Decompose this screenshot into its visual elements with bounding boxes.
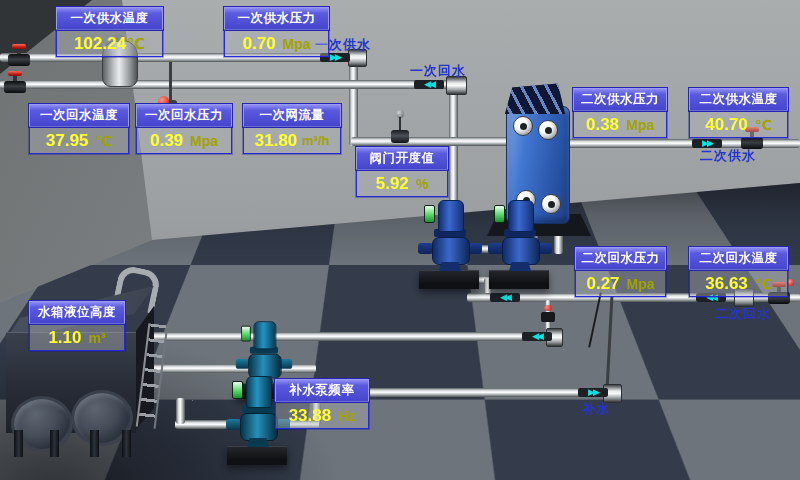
pump-run-indicator [424, 205, 435, 223]
pipe-label-makeup-water: 补水 [582, 400, 610, 418]
tag-title: 一次供水温度 [56, 7, 163, 30]
pump-motor [253, 321, 276, 349]
flow-arrow-icon: ◀◀ [414, 80, 444, 89]
valve-indicator-red [787, 279, 794, 286]
tag-title: 补水泵频率 [275, 379, 369, 402]
tag-title: 二次供水温度 [689, 88, 788, 111]
tag-title: 二次回水温度 [689, 247, 788, 270]
tag-unit: Mpa [627, 276, 655, 292]
tag-title: 一次回水温度 [29, 104, 129, 127]
valve-stem [399, 117, 401, 130]
tank-leg [90, 430, 99, 457]
tag-unit: ℃ [755, 276, 772, 292]
pump-volute [502, 237, 540, 265]
pump-base [489, 270, 549, 289]
tag-value: 40.70 [705, 115, 748, 135]
tag-unit: m³/h [302, 133, 329, 148]
tag-value: 0.38 [586, 115, 619, 135]
pipe-secondary-supply [562, 139, 800, 148]
tag-unit: ℃ [127, 35, 145, 53]
tag-value-box: 5.92% [356, 170, 448, 197]
pump-suction-stub [488, 243, 503, 254]
tank-leg [50, 430, 59, 457]
plant-room-scene: ▶▶ ◀◀ ▶▶ ◀◀ ◀◀ ◀◀ ▶▶ [0, 0, 800, 480]
tag-value-box: 1.10m³ [29, 324, 125, 351]
tag-value-box: 0.38Mpa [573, 111, 667, 138]
bypass-stem [169, 62, 172, 104]
tag-unit: Mpa [626, 117, 654, 133]
tag-value-box: 0.39Mpa [136, 127, 232, 154]
pipe-tank-fill [148, 332, 558, 341]
tag-value: 1.10 [48, 328, 81, 348]
pump-suction-stub [226, 419, 241, 430]
pump-base [419, 270, 479, 289]
tank-leg [14, 430, 23, 457]
tag-title: 一次回水压力 [136, 104, 232, 127]
tag-unit: Hz [338, 408, 355, 424]
tag-value: 37.95 [46, 131, 89, 151]
pump-motor [438, 200, 464, 232]
tag-value: 31.80 [255, 131, 298, 151]
circulation-pump-1[interactable] [418, 198, 482, 290]
tag-title: 水箱液位高度 [29, 301, 125, 324]
tag-primary-supply-temp: 一次供水温度 102.24℃ [56, 7, 163, 57]
hx-tie-rods [505, 80, 565, 114]
pump-suction-stub [236, 359, 249, 369]
tag-value: 102.24 [74, 34, 126, 54]
valve-handle [544, 305, 552, 311]
tag-unit: Mpa [283, 36, 311, 52]
tag-unit: ℃ [755, 117, 772, 133]
tag-secondary-return-temp: 二次回水温度 36.63℃ [689, 247, 788, 297]
tag-value-box: 102.24℃ [56, 30, 163, 57]
tag-makeup-pump-frequency: 补水泵频率 33.88Hz [275, 379, 369, 429]
tag-value: 36.63 [705, 274, 748, 294]
tag-secondary-supply-temp: 二次供水温度 40.70℃ [689, 88, 788, 138]
tag-unit: % [416, 176, 428, 192]
pump-run-indicator [241, 326, 251, 342]
pipe-primary-return [0, 80, 452, 89]
tag-title: 阀门开度值 [356, 147, 448, 170]
tag-valve-opening: 阀门开度值 5.92% [356, 147, 448, 197]
tag-value-box: 36.63℃ [689, 270, 788, 297]
tag-value: 5.92 [376, 174, 409, 194]
pump-volute [432, 237, 470, 265]
valve-body [8, 54, 30, 66]
tag-primary-return-temp: 一次回水温度 37.95℃ [29, 104, 129, 154]
hx-port-top-left [513, 116, 533, 136]
tag-value: 33.88 [289, 406, 332, 426]
tag-tank-level: 水箱液位高度 1.10m³ [29, 301, 125, 351]
pump-motor [246, 376, 272, 408]
pipe-primary-supply-riser [349, 58, 358, 146]
pipe-tank-outlet [176, 398, 185, 424]
pipe-label-secondary-supply: 二次供水 [700, 147, 756, 165]
pump-suction-stub [418, 243, 433, 254]
tag-value-box: 37.95℃ [29, 127, 129, 154]
pump-run-indicator [494, 205, 505, 223]
tag-value-box: 31.80m³/h [243, 127, 341, 154]
hx-port-top-right [538, 120, 558, 140]
pump-run-indicator [232, 381, 243, 399]
flow-arrow-icon: ▶▶ [578, 388, 608, 397]
tag-primary-network-flow: 一次网流量 31.80m³/h [243, 104, 341, 154]
pump-motor [508, 200, 534, 232]
valve-body [4, 81, 26, 93]
tag-unit: Mpa [190, 133, 218, 149]
pipe-label-secondary-return: 二次回水 [715, 305, 771, 323]
pump-cone [247, 438, 269, 447]
tag-primary-supply-pressure: 一次供水压力 0.70Mpa [224, 7, 329, 57]
valve-handle [8, 71, 22, 76]
valve-handle [12, 44, 26, 49]
tag-value-box: 0.70Mpa [224, 30, 329, 57]
pipe-label-primary-return: 一次回水 [410, 62, 466, 80]
valve-body [391, 130, 409, 143]
tag-title: 二次供水压力 [573, 88, 667, 111]
tag-secondary-supply-pressure: 二次供水压力 0.38Mpa [573, 88, 667, 138]
flow-arrow-icon: ◀◀ [522, 332, 552, 341]
pump-cone [439, 262, 461, 271]
tag-value: 0.39 [150, 131, 183, 151]
tag-title: 二次回水压力 [575, 247, 666, 270]
valve-body [541, 312, 555, 322]
circulation-pump-2[interactable] [488, 198, 552, 290]
pump-cone [509, 262, 531, 271]
tag-value-box: 40.70℃ [689, 111, 788, 138]
